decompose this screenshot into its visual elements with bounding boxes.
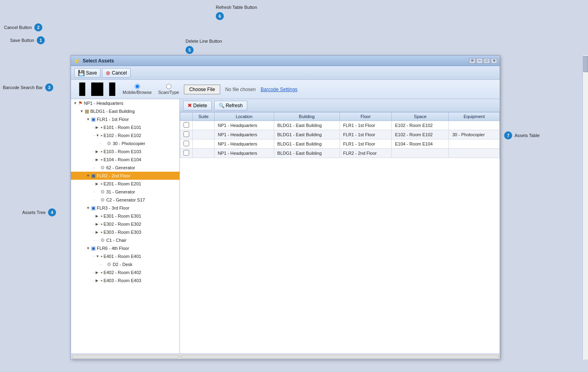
tree-line: ─ [93, 198, 95, 202]
tree-node-icon: ▪ [100, 133, 102, 138]
close-button[interactable]: ✕ [491, 58, 497, 64]
tree-item-label: E403 - Room E403 [104, 278, 142, 283]
tree-node-icon: ▣ [91, 173, 96, 179]
table-cell: E102 - Room E102 [392, 121, 449, 130]
tree-expander[interactable]: ▼ [86, 246, 91, 250]
tree-line: ─ [93, 222, 95, 226]
tree-item[interactable]: ─ ▼ ▪ E401 - Room E401 [71, 252, 179, 260]
row-checkbox[interactable] [183, 150, 189, 156]
tree-expander[interactable]: ▼ [96, 133, 100, 137]
table-cell: NP1 - Headquarters [215, 139, 274, 149]
delete-icon: ✖ [188, 102, 192, 108]
barcode-settings-link[interactable]: Barcode Settings [261, 87, 297, 92]
radio-mobile-input[interactable] [135, 84, 140, 89]
delete-button[interactable]: ✖ Delete [183, 101, 212, 110]
row-checkbox[interactable] [183, 141, 189, 146]
tree-node-icon: ▪ [100, 125, 102, 130]
tree-node-icon: ⚙ [107, 141, 111, 146]
tree-item[interactable]: ─ ⚙ 31 - Generator [71, 188, 179, 196]
tree-item[interactable]: ▼ ▦ BLDG1 - East Building [71, 107, 179, 115]
tree-item[interactable]: ─ ▼ ▪ E102 - Room E102 [71, 131, 179, 139]
tree-item[interactable]: ─ ⚙ 30 - Photocopier [71, 139, 179, 148]
radio-scan-input[interactable] [166, 84, 171, 89]
table-row[interactable]: NP1 - HeadquartersBLDG1 - East BuildingF… [180, 121, 500, 130]
tree-node-icon: ▪ [100, 278, 102, 283]
tree-expander[interactable]: ▶ [96, 270, 100, 274]
annotation-bubble-4: 4 [48, 208, 56, 216]
annotation-delete: Delete Line Button 5 [186, 39, 222, 54]
row-checkbox[interactable] [183, 122, 189, 128]
restore-button[interactable]: ⟳ [469, 58, 475, 64]
tree-item[interactable]: ─ ⚙ C2 - Generator S17 [71, 196, 179, 204]
tree-expander[interactable]: ▼ [80, 109, 85, 113]
tree-item-label: NP1 - Headquarters [84, 101, 123, 106]
tree-item[interactable]: ▼ ▣ FLR1 - 1st Floor [71, 115, 179, 123]
tree-expander[interactable]: ▼ [96, 254, 100, 258]
tree-expander[interactable]: ▶ [96, 278, 100, 283]
tree-expander[interactable]: ▼ [86, 174, 91, 178]
table-row[interactable]: NP1 - HeadquartersBLDG1 - East BuildingF… [180, 149, 500, 158]
tree-item-label: E102 - Room E102 [104, 133, 142, 138]
tree-expander[interactable]: ▶ [96, 230, 100, 234]
tree-expander[interactable]: ▶ [96, 150, 100, 154]
minimize-button[interactable]: ─ [476, 58, 483, 64]
tree-line: ─ [93, 150, 95, 154]
cancel-label: Cancel [112, 70, 127, 76]
app-icon: ⚡ [73, 58, 80, 64]
maximize-button[interactable]: □ [484, 58, 490, 64]
save-button[interactable]: 💾 Save [74, 68, 100, 78]
tree-item[interactable]: ─ ▶ ▪ E403 - Room E403 [71, 276, 179, 285]
dialog-window: ⚡ Select Assets ⟳ ─ □ ✕ 💾 Save ⊗ Cancel … [71, 55, 500, 360]
tree-item[interactable]: ─ ▶ ▪ E301 - Room E301 [71, 212, 179, 220]
row-checkbox[interactable] [183, 131, 189, 137]
outer-scrollbar[interactable] [582, 55, 588, 360]
tree-item[interactable]: ─ ⚙ 62 - Generator [71, 164, 179, 172]
table-cell [193, 149, 215, 158]
table-row[interactable]: NP1 - HeadquartersBLDG1 - East BuildingF… [180, 130, 500, 139]
table-cell [449, 121, 500, 130]
tree-item[interactable]: ─ ▶ ▪ E402 - Room E402 [71, 268, 179, 276]
tree-node-icon: ▪ [100, 254, 102, 259]
tree-line: ─ [93, 230, 95, 234]
annotation-tree: Assets Tree 4 [22, 208, 56, 216]
tree-expander[interactable]: ▶ [96, 222, 100, 226]
tree-item[interactable]: ▼ ▣ FLR2 - 2nd Floor [71, 172, 179, 180]
tree-expander[interactable]: ▼ [86, 117, 91, 121]
tree-expander[interactable]: ▶ [96, 182, 100, 186]
tree-item-label: BLDG1 - East Building [90, 109, 135, 114]
tree-item[interactable]: ─ ▶ ▪ E101 - Room E101 [71, 123, 179, 131]
choose-file-button[interactable]: Choose File [184, 85, 220, 94]
tree-item[interactable]: ─ ▶ ▪ E104 - Room E104 [71, 156, 179, 164]
table-row[interactable]: NP1 - HeadquartersBLDG1 - East BuildingF… [180, 139, 500, 149]
save-label: Save [86, 70, 97, 76]
tree-item[interactable]: ─ ▶ ▪ E303 - Room E303 [71, 228, 179, 236]
table-cell: NP1 - Headquarters [215, 130, 274, 139]
table-cell [193, 121, 215, 130]
tree-expander[interactable]: ▶ [96, 125, 100, 129]
tree-item-label: 30 - Photocopier [113, 141, 145, 146]
table-cell: FLR1 - 1st Floor [340, 121, 392, 130]
annotation-bubble-7: 7 [504, 131, 512, 139]
refresh-button[interactable]: 🔍 Refresh [214, 101, 247, 110]
tree-item[interactable]: ▼ ⚑ NP1 - Headquarters [71, 99, 179, 107]
tree-line: ─ [93, 182, 95, 186]
tree-item[interactable]: ▼ ▣ FLR3 - 3rd Floor [71, 204, 179, 212]
cancel-button[interactable]: ⊗ Cancel [102, 68, 130, 78]
tree-item-label: E303 - Room E303 [104, 230, 142, 235]
tree-item[interactable]: ─ ▶ ▪ E201 - Room E201 [71, 180, 179, 188]
tree-item[interactable]: ─ ⚙ C1 - Chair [71, 236, 179, 244]
annotation-bubble-2: 2 [34, 23, 42, 31]
tree-node-icon: ▪ [100, 181, 102, 187]
tree-expander[interactable]: ▶ [96, 214, 100, 218]
tree-expander[interactable]: ▼ [73, 101, 78, 105]
tree-item[interactable]: ▼ ▣ FLR6 - 4th Floor [71, 244, 179, 252]
tree-expander[interactable]: ▶ [96, 158, 100, 162]
tree-item[interactable]: ─ ▶ ▪ E103 - Room E103 [71, 148, 179, 156]
tree-item[interactable]: ─ ⚙ D2 - Desk [71, 260, 179, 268]
annotation-barcode-text: Barcode Search Bar [3, 85, 43, 90]
bottom-scroll[interactable] [180, 353, 500, 359]
barcode-icon: ▐▌▐█▌▐▌ [76, 83, 118, 96]
tree-item[interactable]: ─ ▶ ▪ E302 - Room E302 [71, 220, 179, 228]
tree-bottom-scroll[interactable] [71, 353, 180, 359]
tree-expander[interactable]: ▼ [86, 206, 91, 210]
